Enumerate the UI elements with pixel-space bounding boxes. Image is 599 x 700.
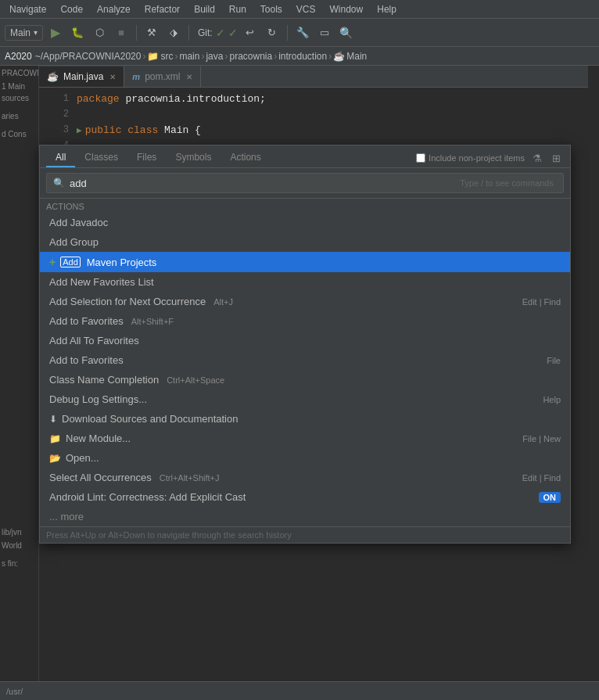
menu-help[interactable]: Help bbox=[371, 2, 403, 16]
result-android-lint[interactable]: Android Lint: Correctness: Add Explicit … bbox=[40, 487, 570, 507]
run-button[interactable]: ▶ bbox=[46, 23, 65, 42]
editor-tab-bar: ☕ Main.java ✕ m pom.xml ✕ bbox=[39, 66, 588, 88]
tab-pom-xml-label: pom.xml bbox=[145, 71, 180, 82]
toolbar-separator-1 bbox=[136, 25, 137, 41]
code-line-2: 2 bbox=[39, 106, 588, 122]
breadcrumb-src-label[interactable]: src bbox=[160, 51, 173, 62]
search-input-text[interactable]: add bbox=[70, 178, 455, 189]
status-bar: /usr/ bbox=[0, 681, 599, 700]
java-file-icon: ☕ bbox=[47, 71, 59, 82]
bottom-left-panel: lib/jvn World s fin: bbox=[0, 525, 39, 681]
xml-file-icon: m bbox=[132, 72, 140, 81]
sidebar-project-label: PRACOWNI bbox=[0, 66, 38, 81]
result-more[interactable]: ... more bbox=[40, 507, 570, 526]
breadcrumb-main-class[interactable]: ☕ bbox=[333, 51, 345, 62]
result-add-group[interactable]: Add Group bbox=[40, 232, 570, 252]
git-revert-button[interactable]: ↩ bbox=[241, 23, 260, 42]
run-gutter-icon[interactable]: ▶ bbox=[77, 125, 82, 135]
breadcrumb-main-label[interactable]: main bbox=[179, 51, 199, 62]
search-tab-actions[interactable]: Actions bbox=[221, 149, 270, 167]
keyword-public: public bbox=[85, 124, 122, 136]
include-non-project-checkbox[interactable]: Include non-project items bbox=[416, 153, 525, 163]
result-add-javadoc[interactable]: Add Javadoc bbox=[40, 213, 570, 232]
menu-bar: Navigate Code Analyze Refactor Build Run… bbox=[0, 0, 599, 19]
menu-run[interactable]: Run bbox=[223, 2, 253, 16]
result-add-selection-next[interactable]: Add Selection for Next Occurrence Alt+J … bbox=[40, 292, 570, 311]
result-class-name-completion[interactable]: Class Name Completion Ctrl+Alt+Space bbox=[40, 370, 570, 389]
toolbar-btn-2[interactable]: ⬗ bbox=[164, 23, 183, 42]
code-content-3: public class Main { bbox=[85, 124, 201, 136]
search-tab-bar: All Classes Files Symbols Actions Includ… bbox=[40, 145, 570, 168]
result-right-file: File bbox=[547, 356, 561, 365]
main-config-selector[interactable]: Main ▾ bbox=[5, 25, 43, 41]
search-tab-classes[interactable]: Classes bbox=[75, 149, 127, 167]
menu-vcs[interactable]: VCS bbox=[290, 2, 322, 16]
result-add-all-to-favorites[interactable]: Add All To Favorites bbox=[40, 331, 570, 350]
menu-tools[interactable]: Tools bbox=[254, 2, 289, 16]
open-folder-icon: 📂 bbox=[49, 453, 61, 464]
breadcrumb-main-class-label[interactable]: Main bbox=[346, 51, 367, 62]
git-label: Git: bbox=[198, 27, 213, 38]
result-add-to-favorites-file[interactable]: Add to Favorites File bbox=[40, 350, 570, 370]
breadcrumb-introduction-label[interactable]: introduction bbox=[278, 51, 327, 62]
breadcrumb-src[interactable]: 📁 bbox=[147, 51, 159, 62]
result-open[interactable]: 📂 Open... bbox=[40, 448, 570, 468]
menu-build[interactable]: Build bbox=[188, 2, 221, 16]
shortcut-alt-j: Alt+J bbox=[213, 297, 233, 307]
filter-icon[interactable]: ⚗ bbox=[529, 150, 545, 166]
tab-pom-xml-close[interactable]: ✕ bbox=[186, 73, 192, 81]
result-label: New Module... bbox=[66, 433, 131, 444]
result-add-to-favorites-shortcut[interactable]: Add to Favorites Alt+Shift+F bbox=[40, 311, 570, 331]
result-label: ... more bbox=[49, 511, 84, 522]
folder-icon: 📁 bbox=[49, 433, 61, 444]
breadcrumb-java-label[interactable]: java bbox=[206, 51, 223, 62]
search-tab-all[interactable]: All bbox=[46, 149, 75, 167]
search-magnify-icon: 🔍 bbox=[53, 178, 65, 188]
class-name: Main bbox=[164, 124, 195, 136]
terminal-button[interactable]: ▭ bbox=[315, 23, 334, 42]
breadcrumb-project[interactable]: A2020 bbox=[5, 51, 32, 62]
search-tab-symbols[interactable]: Symbols bbox=[166, 149, 221, 167]
result-label: Maven Projects bbox=[87, 257, 157, 268]
result-new-module[interactable]: 📁 New Module... File | New bbox=[40, 429, 570, 448]
main-config-label: Main bbox=[10, 27, 30, 38]
bottom-fin-label: s fin: bbox=[0, 551, 38, 576]
bottom-lib-label: lib/jvn bbox=[0, 525, 38, 540]
coverage-button[interactable]: ⬡ bbox=[90, 23, 109, 42]
result-debug-log-settings[interactable]: Debug Log Settings... Help bbox=[40, 389, 570, 409]
git-update-button[interactable]: ↻ bbox=[263, 23, 282, 42]
result-right-file-new: File | New bbox=[522, 434, 561, 443]
git-checkmark-icon: ✓ bbox=[216, 27, 225, 39]
breadcrumb-pracownia-label[interactable]: pracownia bbox=[229, 51, 272, 62]
include-checkbox-input[interactable] bbox=[416, 153, 425, 163]
result-add-maven-projects[interactable]: + Add Maven Projects bbox=[40, 252, 570, 272]
status-path: /usr/ bbox=[6, 687, 23, 696]
debug-button[interactable]: 🐛 bbox=[68, 23, 87, 42]
plus-icon: + bbox=[49, 256, 56, 268]
breadcrumb-path-home[interactable]: ~/App/PRACOWNIA2020 bbox=[35, 51, 142, 62]
menu-refactor[interactable]: Refactor bbox=[138, 2, 186, 16]
menu-code[interactable]: Code bbox=[54, 2, 89, 16]
search-everywhere-button[interactable]: 🔍 bbox=[337, 23, 356, 42]
tab-main-java[interactable]: ☕ Main.java ✕ bbox=[39, 66, 124, 87]
menu-navigate[interactable]: Navigate bbox=[3, 2, 52, 16]
result-label: Add All To Favorites bbox=[49, 335, 139, 346]
settings-button[interactable]: 🔧 bbox=[293, 23, 312, 42]
sidebar-sources-label: sources bbox=[0, 92, 38, 104]
tab-main-java-label: Main.java bbox=[63, 71, 103, 82]
menu-analyze[interactable]: Analyze bbox=[91, 2, 137, 16]
result-select-all-occurrences[interactable]: Select All Occurrences Ctrl+Alt+Shift+J … bbox=[40, 468, 570, 487]
result-label: Add to Favorites bbox=[49, 354, 124, 366]
stop-button[interactable]: ■ bbox=[112, 23, 131, 42]
search-tab-files[interactable]: Files bbox=[127, 149, 166, 167]
result-download-sources[interactable]: ⬇ Download Sources and Documentation bbox=[40, 409, 570, 429]
expand-icon[interactable]: ⊞ bbox=[548, 150, 564, 166]
menu-window[interactable]: Window bbox=[324, 2, 370, 16]
tab-main-java-close[interactable]: ✕ bbox=[109, 73, 116, 81]
result-add-new-favorites-list[interactable]: Add New Favorites List bbox=[40, 272, 570, 292]
tab-pom-xml[interactable]: m pom.xml ✕ bbox=[124, 66, 201, 87]
build-icon[interactable]: ⚒ bbox=[142, 23, 161, 42]
search-dialog[interactable]: All Classes Files Symbols Actions Includ… bbox=[39, 145, 571, 544]
breadcrumb-sep3: › bbox=[174, 51, 178, 62]
code-content-1: package pracownia.introduction; bbox=[77, 93, 266, 105]
